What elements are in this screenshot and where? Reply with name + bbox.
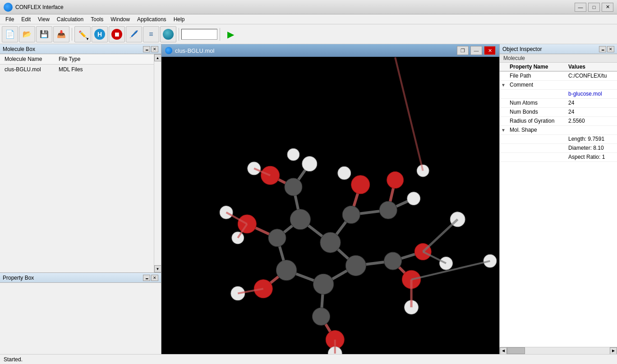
property-box-restore-btn[interactable]: 🗕	[143, 275, 150, 281]
menu-applications[interactable]: Applications	[134, 15, 170, 23]
inspector-val-numbonds: 24	[566, 108, 617, 116]
inspector-header-row: Property Name Values	[500, 63, 617, 72]
inspector-val-molshape	[566, 126, 617, 134]
svg-point-26	[345, 255, 366, 276]
left-panel: Molecule Box 🗕 ✕ Molecule Name File Type…	[0, 44, 161, 354]
run-button[interactable]: ▶	[222, 26, 239, 42]
search-input[interactable]	[181, 29, 217, 40]
inspector-prop-comment: Comment	[507, 81, 566, 89]
svg-point-21	[320, 232, 341, 253]
molecule-table: Molecule Name File Type clus-BGLU.mol MD…	[0, 54, 154, 272]
pencil-button[interactable]: 🖊️	[126, 26, 142, 42]
menu-tools[interactable]: Tools	[87, 15, 107, 23]
table-row[interactable]: clus-BGLU.mol MDL Files	[0, 65, 154, 74]
inspector-prop-numatoms: Num Atoms	[507, 99, 566, 107]
inspector-row-aspectratio: Aspect Ratio: 1	[500, 153, 617, 162]
close-button[interactable]: ✕	[602, 3, 613, 12]
mol-col-name-header: Molecule Name	[2, 55, 56, 63]
inspector-section: Molecule	[500, 54, 617, 63]
molecule-box-title: Molecule Box	[3, 46, 35, 52]
import-icon: 📥	[57, 30, 66, 38]
viewer-minimize-btn[interactable]: —	[470, 46, 482, 55]
minimize-button[interactable]: —	[575, 3, 586, 12]
object-inspector-header: Object Inspector 🗕 ✕	[500, 44, 617, 54]
save-button[interactable]: 💾	[36, 26, 52, 42]
svg-point-43	[338, 166, 351, 180]
status-text: Started.	[4, 356, 23, 363]
stack-icon: ≡	[149, 30, 153, 38]
save-icon: 💾	[40, 30, 49, 38]
molecule-box-header: Molecule Box 🗕 ✕	[0, 44, 161, 54]
menu-view[interactable]: View	[34, 15, 53, 23]
molecule-box-close-btn[interactable]: ✕	[151, 46, 158, 52]
inspector-val-filepath: C:/CONFLEX/tu	[566, 72, 617, 80]
menu-help[interactable]: Help	[170, 15, 189, 23]
menu-window[interactable]: Window	[107, 15, 134, 23]
inspector-close-btn[interactable]: ✕	[607, 46, 614, 52]
mol-canvas[interactable]	[161, 57, 499, 354]
inspector-table: Property Name Values File Path C:/CONFLE…	[500, 63, 617, 162]
viewer-restore-btn[interactable]: ❐	[457, 46, 469, 55]
globe-icon	[163, 29, 174, 40]
hscroll-right-btn[interactable]: ▶	[610, 347, 617, 355]
inspector-val-aspectratio: Aspect Ratio: 1	[566, 153, 617, 161]
svg-line-54	[423, 219, 458, 252]
svg-point-27	[342, 206, 360, 224]
svg-point-24	[276, 260, 296, 281]
property-box: Property Box 🗕 ✕	[0, 273, 161, 354]
svg-line-59	[395, 57, 423, 170]
mol-viewer-icon	[165, 47, 172, 54]
inspector-prop-molshape: Mol. Shape	[507, 126, 566, 134]
menu-file[interactable]: File	[2, 15, 18, 23]
svg-point-25	[313, 274, 334, 294]
scroll-up-btn[interactable]: ▲	[154, 54, 161, 61]
property-box-close-btn[interactable]: ✕	[151, 275, 158, 281]
hscroll-track[interactable]	[507, 347, 610, 354]
molecule-box: Molecule Box 🗕 ✕ Molecule Name File Type…	[0, 44, 161, 273]
molshape-expand-icon[interactable]: ▼	[500, 126, 507, 134]
toolbar-separator-1	[72, 28, 72, 41]
svg-point-40	[302, 157, 317, 171]
scroll-down-btn[interactable]: ▼	[154, 265, 161, 272]
app-title: CONFLEX Interface	[15, 4, 64, 10]
new-button[interactable]: 📄	[2, 26, 18, 42]
menu-edit[interactable]: Edit	[18, 15, 34, 23]
property-box-title: Property Box	[3, 275, 34, 281]
viewer-close-btn[interactable]: ✕	[484, 46, 496, 55]
inspector-row-comment-val: b-glucose.mol	[500, 90, 617, 99]
inspector-val-diameter: Diameter: 8.10	[566, 144, 617, 152]
h-icon: H	[94, 29, 105, 40]
svg-point-53	[287, 148, 299, 161]
menu-bar: File Edit View Calculation Tools Window …	[0, 14, 617, 24]
draw-button[interactable]: ✏️ ▼	[74, 26, 91, 42]
inspector-prop-radius: Radius of Gyration	[507, 117, 566, 125]
svg-point-23	[268, 229, 286, 247]
comment-expand-icon[interactable]: ▼	[500, 81, 507, 89]
molecule-svg	[161, 57, 499, 354]
hscroll-left-btn[interactable]: ◀	[500, 347, 507, 355]
center-panel: clus-BGLU.mol ❐ — ✕	[161, 44, 500, 354]
inspector-row-numbonds: Num Bonds 24	[500, 108, 617, 117]
right-panel: Object Inspector 🗕 ✕ Molecule Property N…	[500, 44, 617, 354]
inspector-row-molshape[interactable]: ▼ Mol. Shape	[500, 126, 617, 135]
svg-point-30	[312, 308, 330, 325]
h-button[interactable]: H	[92, 26, 108, 42]
molecule-box-restore-btn[interactable]: 🗕	[143, 46, 150, 52]
svg-point-52	[248, 162, 261, 175]
mol-col-type-header: File Type	[56, 55, 152, 63]
menu-calculation[interactable]: Calculation	[53, 15, 87, 23]
open-button[interactable]: 📂	[19, 26, 35, 42]
globe-button[interactable]	[160, 26, 176, 42]
app-icon	[4, 3, 13, 12]
new-icon: 📄	[5, 29, 15, 39]
maximize-button[interactable]: □	[588, 3, 600, 12]
molecule-table-header: Molecule Name File Type	[0, 54, 154, 65]
inspector-row-length: Length: 9.7591	[500, 135, 617, 144]
inspector-minimize-btn[interactable]: 🗕	[599, 46, 606, 52]
stop-button[interactable]: ⏹	[109, 26, 125, 42]
stack-button[interactable]: ≡	[143, 26, 159, 42]
inspector-row-comment[interactable]: ▼ Comment	[500, 81, 617, 90]
toolbar-separator-2	[179, 28, 179, 41]
import-button[interactable]: 📥	[53, 26, 69, 42]
inspector-hscroll: ◀ ▶	[500, 347, 617, 354]
